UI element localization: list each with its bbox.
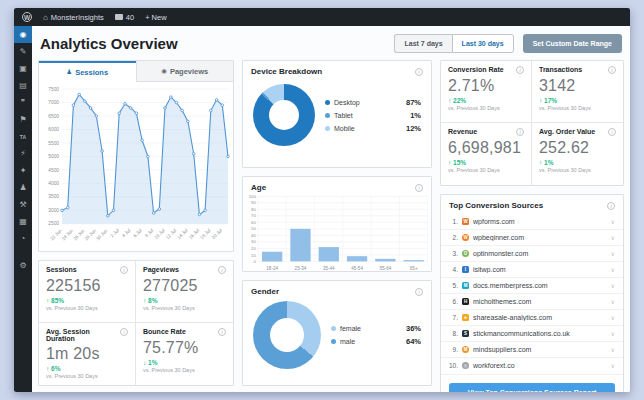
traffic-card-sessions: Sessionsi225156↑ 85%vs. Previous 30 Days bbox=[39, 261, 136, 323]
svg-text:28 Jun: 28 Jun bbox=[84, 228, 98, 242]
sidebar-item-dashboard[interactable]: ◉ bbox=[14, 26, 32, 43]
svg-text:3500: 3500 bbox=[48, 194, 59, 199]
set-custom-date-range-button[interactable]: Set Custom Date Range bbox=[523, 34, 622, 53]
legend-label: female bbox=[340, 325, 361, 332]
column-audience: Device Breakdown i Desktop87%Tablet1%Mob… bbox=[242, 60, 432, 392]
chevron-down-icon[interactable]: ∨ bbox=[611, 330, 615, 337]
svg-text:18 Jul: 18 Jul bbox=[199, 228, 211, 240]
tab-sessions[interactable]: ♟ Sessions bbox=[39, 61, 136, 82]
stat-card-change-up: ↑ 85% bbox=[46, 297, 128, 304]
info-icon[interactable]: i bbox=[218, 328, 226, 336]
legend-dot bbox=[325, 126, 330, 131]
info-icon[interactable]: i bbox=[516, 66, 524, 74]
stat-card-header: Transactionsi bbox=[539, 66, 616, 74]
stat-card-title: Sessions bbox=[46, 266, 77, 273]
sidebar-item-posts[interactable]: ✎ bbox=[14, 43, 32, 60]
wp-logo-menu[interactable]: W bbox=[22, 12, 32, 22]
chevron-down-icon[interactable]: ∨ bbox=[611, 298, 615, 305]
source-row[interactable]: 1.Wwpforms.com∨ bbox=[441, 213, 623, 229]
sidebar-item-feedback[interactable]: ⚑ bbox=[14, 111, 32, 128]
sidebar-item-plugins[interactable]: ⚡ bbox=[14, 145, 32, 162]
source-row[interactable]: 2.Wwpbeginner.com∨ bbox=[441, 229, 623, 245]
sidebar-item-tools[interactable]: ⚒ bbox=[14, 196, 32, 213]
gender-legend-item: male64% bbox=[331, 337, 421, 346]
sidebar-item-insights[interactable]: ◔ bbox=[14, 230, 32, 247]
chevron-down-icon[interactable]: ∨ bbox=[611, 234, 615, 241]
sidebar-item-settings[interactable]: ⚙ bbox=[14, 257, 32, 274]
favicon-micholthemes: H bbox=[462, 298, 469, 305]
age-title: Age bbox=[251, 183, 266, 192]
sidebar-item-layouts[interactable]: ▦ bbox=[14, 213, 32, 230]
chevron-down-icon[interactable]: ∨ bbox=[611, 362, 615, 369]
donut-hole bbox=[269, 100, 299, 130]
sidebar-item-comments[interactable]: ❞ bbox=[14, 94, 32, 111]
legend-dot bbox=[325, 113, 330, 118]
stat-card-title: Revenue bbox=[448, 128, 477, 135]
source-row[interactable]: 7.★shareasale-analytics.com∨ bbox=[441, 309, 623, 325]
chevron-down-icon[interactable]: ∨ bbox=[611, 346, 615, 353]
new-content-menu[interactable]: + New bbox=[145, 13, 166, 22]
source-row[interactable]: 5.Mdocs.memberpress.com∨ bbox=[441, 277, 623, 293]
chevron-down-icon[interactable]: ∨ bbox=[611, 282, 615, 289]
wordpress-icon: W bbox=[22, 12, 32, 22]
info-icon[interactable]: i bbox=[415, 68, 423, 76]
last-30-days-button[interactable]: Last 30 days bbox=[452, 34, 514, 53]
info-icon[interactable]: i bbox=[120, 328, 128, 336]
sessions-line-chart: 2500300035004000450050005500600065007000… bbox=[39, 82, 233, 251]
source-row[interactable]: 6.Hmicholthemes.com∨ bbox=[441, 293, 623, 309]
device-breakdown-header: Device Breakdown i bbox=[243, 61, 431, 79]
svg-text:65+: 65+ bbox=[410, 266, 418, 271]
age-bar-chart: 010203040506070809010018-2425-3435-4445-… bbox=[243, 192, 431, 273]
gender-legend-item: female36% bbox=[331, 324, 421, 333]
comments-menu[interactable]: 40 bbox=[115, 13, 134, 22]
chevron-down-icon[interactable]: ∨ bbox=[611, 218, 615, 225]
column-traffic: ♟ Sessions ◉ Pageviews 25003000350040004… bbox=[38, 60, 234, 392]
source-row[interactable]: 8.Sstickmancommunications.co.uk∨ bbox=[441, 325, 623, 341]
info-icon[interactable]: i bbox=[608, 128, 616, 136]
legend-value: 36% bbox=[406, 324, 421, 333]
source-row[interactable]: 3.Ooptinmonster.com∨ bbox=[441, 245, 623, 261]
chevron-down-icon[interactable]: ∨ bbox=[611, 314, 615, 321]
sidebar-item-media[interactable]: ▣ bbox=[14, 60, 32, 77]
sidebar-item-typography[interactable]: TA bbox=[14, 128, 32, 145]
favicon-wpbeginner: W bbox=[462, 234, 469, 241]
view-report-button[interactable]: View Top Conversions Sources Report bbox=[449, 383, 615, 393]
device-legend-item: Tablet1% bbox=[325, 111, 421, 120]
last-7-days-button[interactable]: Last 7 days bbox=[394, 34, 451, 53]
chevron-down-icon[interactable]: ∨ bbox=[611, 250, 615, 257]
stat-card-header: Revenuei bbox=[448, 128, 524, 136]
source-row[interactable]: 9.Mmindsuppliers.com∨ bbox=[441, 341, 623, 357]
stat-card-title: Conversion Rate bbox=[448, 66, 504, 73]
stat-card-value: 252.62 bbox=[539, 139, 616, 157]
stat-card-compare: vs. Previous 30 Days bbox=[448, 167, 524, 173]
tab-pageviews[interactable]: ◉ Pageviews bbox=[136, 61, 234, 82]
source-rank: 8. bbox=[449, 330, 458, 337]
legend-dot bbox=[331, 326, 336, 331]
posts-icon: ✎ bbox=[20, 47, 27, 56]
info-icon[interactable]: i bbox=[608, 66, 616, 74]
chevron-down-icon[interactable]: ∨ bbox=[611, 266, 615, 273]
wp-admin-bar: W ⌂ MonsterInsights 40 + New bbox=[14, 8, 630, 26]
info-icon[interactable]: i bbox=[516, 128, 524, 136]
device-legend: Desktop87%Tablet1%Mobile12% bbox=[325, 98, 421, 133]
source-row[interactable]: 4.Iisitwp.com∨ bbox=[441, 261, 623, 277]
site-menu[interactable]: ⌂ MonsterInsights bbox=[43, 13, 104, 22]
info-icon[interactable]: i bbox=[120, 266, 128, 274]
media-icon: ▣ bbox=[19, 64, 27, 73]
source-row[interactable]: 10.◎workforext.co∨ bbox=[441, 357, 623, 373]
source-rank: 4. bbox=[449, 266, 458, 273]
layouts-icon: ▦ bbox=[19, 217, 27, 226]
info-icon[interactable]: i bbox=[415, 184, 423, 192]
sidebar-item-users[interactable]: ♟ bbox=[14, 179, 32, 196]
info-icon[interactable]: i bbox=[607, 202, 615, 210]
favicon-mindsuppliers: M bbox=[462, 346, 469, 353]
svg-text:40: 40 bbox=[251, 233, 256, 238]
comments-icon: ❞ bbox=[21, 98, 25, 107]
info-icon[interactable]: i bbox=[218, 266, 226, 274]
svg-text:5000: 5000 bbox=[48, 154, 59, 159]
gender-content: female36%male64% bbox=[243, 299, 431, 377]
stat-card-compare: vs. Previous 30 Days bbox=[143, 367, 226, 373]
sidebar-item-appearance[interactable]: ✦ bbox=[14, 162, 32, 179]
sidebar-item-pages[interactable]: ▤ bbox=[14, 77, 32, 94]
info-icon[interactable]: i bbox=[415, 288, 423, 296]
